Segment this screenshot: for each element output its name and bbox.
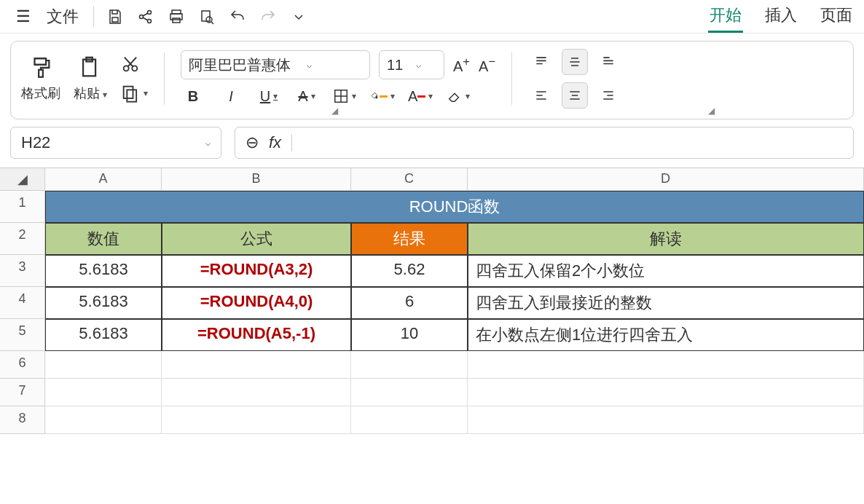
print-icon[interactable] bbox=[162, 3, 190, 31]
share-icon[interactable] bbox=[132, 3, 160, 31]
row-header[interactable]: 5 bbox=[0, 319, 45, 351]
cell-formula[interactable]: =ROUND(A5,-1) bbox=[162, 319, 351, 351]
expand-clipboard-icon[interactable]: ◢ bbox=[331, 106, 338, 116]
underline-button[interactable]: U▾ bbox=[256, 85, 281, 107]
svg-rect-15 bbox=[127, 90, 136, 101]
cell-result[interactable]: 5.62 bbox=[351, 255, 468, 287]
row-3: 3 5.6183 =ROUND(A3,2) 5.62 四舍五入保留2个小数位 bbox=[0, 255, 864, 287]
header-result[interactable]: 结果 bbox=[351, 223, 468, 255]
row-6: 6 bbox=[0, 351, 864, 379]
empty-cell[interactable] bbox=[162, 379, 351, 406]
fill-color-button[interactable]: ▾ bbox=[370, 85, 395, 107]
copy-icon[interactable]: ▾ bbox=[120, 83, 148, 103]
tab-page[interactable]: 页面 bbox=[819, 0, 854, 33]
cut-icon[interactable] bbox=[120, 54, 148, 77]
header-explain[interactable]: 解读 bbox=[468, 223, 864, 255]
align-left-icon[interactable] bbox=[528, 82, 554, 109]
empty-cell[interactable] bbox=[351, 406, 468, 434]
preview-icon[interactable] bbox=[193, 3, 221, 31]
cell-explain[interactable]: 四舍五入保留2个小数位 bbox=[468, 255, 864, 287]
paste-label[interactable]: 粘贴▾ bbox=[74, 84, 107, 102]
font-name-value: 阿里巴巴普惠体 bbox=[189, 55, 291, 75]
borders-button[interactable]: ▾ bbox=[332, 85, 357, 107]
cell-explain[interactable]: 在小数点左侧1位进行四舍五入 bbox=[468, 319, 864, 351]
font-size-select[interactable]: 11 ⌵ bbox=[379, 50, 444, 79]
cancel-formula-icon[interactable]: ⊖ bbox=[246, 133, 259, 152]
eraser-button[interactable]: ▾ bbox=[446, 85, 471, 107]
select-all-corner[interactable]: ◢ bbox=[0, 168, 45, 191]
italic-button[interactable]: I bbox=[219, 85, 243, 107]
chevron-down-icon: ▾ bbox=[144, 88, 148, 98]
undo-icon[interactable] bbox=[224, 3, 251, 31]
font-color-button[interactable]: A▾ bbox=[408, 85, 433, 107]
more-dropdown-icon[interactable] bbox=[285, 3, 313, 31]
col-header-d[interactable]: D bbox=[468, 168, 864, 191]
row-header[interactable]: 4 bbox=[0, 287, 45, 319]
increase-font-icon[interactable]: A+ bbox=[453, 55, 470, 75]
formula-bar[interactable]: ⊖ fx bbox=[235, 127, 854, 159]
empty-cell[interactable] bbox=[468, 379, 864, 406]
align-middle-icon[interactable] bbox=[562, 49, 588, 75]
bold-button[interactable]: B bbox=[181, 85, 205, 107]
header-value[interactable]: 数值 bbox=[45, 223, 162, 255]
table-title[interactable]: ROUND函数 bbox=[45, 191, 864, 223]
align-right-icon[interactable] bbox=[595, 82, 621, 109]
tab-start[interactable]: 开始 bbox=[708, 0, 743, 33]
align-bottom-icon[interactable] bbox=[595, 49, 621, 75]
ribbon: 格式刷 粘贴▾ ▾ 阿里巴巴普惠体 ⌵ 11 ⌵ A+ bbox=[10, 41, 854, 119]
col-header-b[interactable]: B bbox=[162, 168, 351, 191]
col-header-a[interactable]: A bbox=[45, 168, 162, 191]
redo-icon[interactable] bbox=[254, 3, 282, 31]
fx-label: fx bbox=[269, 133, 281, 152]
cell-explain[interactable]: 四舍五入到最接近的整数 bbox=[468, 287, 864, 319]
align-top-icon[interactable] bbox=[528, 49, 554, 75]
file-menu[interactable]: 文件 bbox=[39, 3, 86, 31]
row-header[interactable]: 2 bbox=[0, 223, 45, 255]
tab-insert[interactable]: 插入 bbox=[763, 0, 798, 33]
row-header[interactable]: 1 bbox=[0, 191, 45, 223]
empty-cell[interactable] bbox=[45, 379, 162, 406]
cell-formula[interactable]: =ROUND(A4,0) bbox=[162, 287, 351, 319]
paste-icon[interactable] bbox=[78, 55, 103, 83]
save-icon[interactable] bbox=[101, 3, 129, 31]
svg-rect-6 bbox=[173, 18, 180, 23]
expand-font-icon[interactable]: ◢ bbox=[708, 106, 715, 116]
cell-result[interactable]: 6 bbox=[351, 287, 468, 319]
cell-formula[interactable]: =ROUND(A3,2) bbox=[162, 255, 351, 287]
row-header[interactable]: 6 bbox=[0, 351, 45, 379]
empty-cell[interactable] bbox=[45, 351, 162, 379]
separator bbox=[93, 7, 94, 27]
row-8: 8 bbox=[0, 406, 864, 434]
cell-value[interactable]: 5.6183 bbox=[45, 287, 162, 319]
cell-result[interactable]: 10 bbox=[351, 319, 468, 351]
header-formula[interactable]: 公式 bbox=[162, 223, 351, 255]
empty-cell[interactable] bbox=[162, 406, 351, 434]
cell-value[interactable]: 5.6183 bbox=[45, 255, 162, 287]
svg-rect-9 bbox=[39, 70, 43, 77]
font-size-value: 11 bbox=[387, 57, 403, 74]
empty-cell[interactable] bbox=[45, 406, 162, 434]
cell-value[interactable]: 5.6183 bbox=[45, 319, 162, 351]
name-box[interactable]: H22 ⌵ bbox=[10, 127, 221, 159]
empty-cell[interactable] bbox=[468, 351, 864, 379]
row-header[interactable]: 8 bbox=[0, 406, 45, 434]
menu-icon[interactable]: ☰ bbox=[10, 4, 36, 29]
empty-cell[interactable] bbox=[468, 406, 864, 434]
chevron-down-icon: ▾ bbox=[103, 90, 107, 100]
format-painter-icon[interactable] bbox=[28, 55, 53, 83]
strikethrough-button[interactable]: A▾ bbox=[294, 85, 319, 107]
empty-cell[interactable] bbox=[351, 379, 468, 406]
chevron-down-icon: ⌵ bbox=[307, 60, 312, 70]
font-name-select[interactable]: 阿里巴巴普惠体 ⌵ bbox=[181, 50, 370, 79]
col-header-c[interactable]: C bbox=[351, 168, 468, 191]
empty-cell[interactable] bbox=[162, 351, 351, 379]
align-center-icon[interactable] bbox=[562, 82, 588, 109]
column-headers: ◢ A B C D bbox=[0, 168, 864, 191]
row-1: 1 ROUND函数 bbox=[0, 191, 864, 223]
empty-cell[interactable] bbox=[351, 351, 468, 379]
row-header[interactable]: 7 bbox=[0, 379, 45, 406]
svg-point-8 bbox=[206, 17, 212, 23]
chevron-down-icon: ⌵ bbox=[416, 60, 421, 70]
decrease-font-icon[interactable]: A− bbox=[479, 55, 495, 75]
row-header[interactable]: 3 bbox=[0, 255, 45, 287]
